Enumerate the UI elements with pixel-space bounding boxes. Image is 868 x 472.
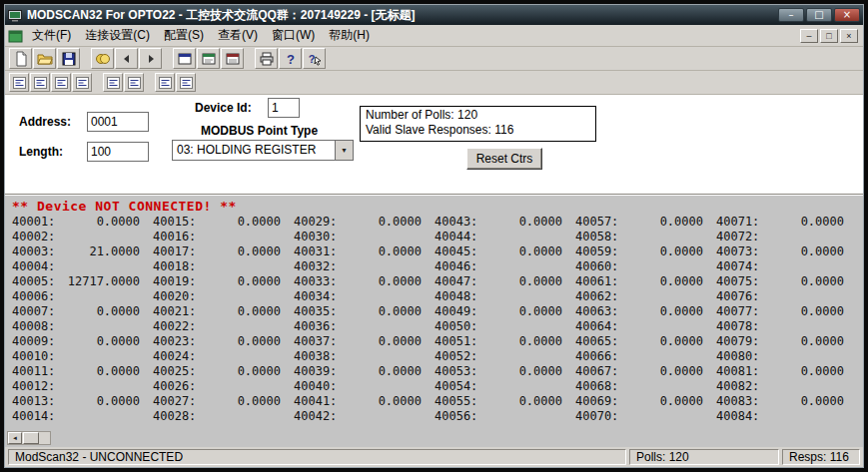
register-cell: 40063:0.0000 xyxy=(575,304,716,319)
register-address: 40013: xyxy=(12,394,55,409)
register-value: 0.0000 xyxy=(801,394,844,409)
about-button[interactable]: ? xyxy=(279,48,302,69)
display-data-button[interactable] xyxy=(173,48,196,69)
register-cell: 40036: xyxy=(294,319,434,334)
fmt-float-button[interactable] xyxy=(124,73,144,92)
device-id-label: Device Id: xyxy=(195,101,252,115)
address-input[interactable] xyxy=(87,112,149,132)
maximize-button[interactable]: □ xyxy=(806,8,832,22)
register-cell: 40079:0.0000 xyxy=(716,334,857,349)
register-cell: 40084: xyxy=(716,409,857,424)
fmt-double-button[interactable] xyxy=(155,73,175,92)
register-value: 0.0000 xyxy=(379,274,422,289)
fmt-binary-icon xyxy=(13,77,26,89)
print-button[interactable] xyxy=(255,48,278,69)
register-address: 40019: xyxy=(153,274,196,289)
register-cell: 40008: xyxy=(12,319,153,334)
register-value: 0.0000 xyxy=(238,215,281,230)
fmt-hex-button[interactable] xyxy=(30,73,50,92)
register-value: 0.0000 xyxy=(660,394,703,409)
register-value: 0.0000 xyxy=(660,334,703,349)
register-address: 40082: xyxy=(716,379,759,394)
register-cell: 40032: xyxy=(294,259,434,274)
mdi-close-button[interactable]: × xyxy=(840,29,858,43)
mdi-restore-button[interactable]: □ xyxy=(820,29,838,43)
menu-item[interactable]: 窗口(W) xyxy=(265,25,322,46)
fmt-unsigned-button[interactable] xyxy=(51,73,71,92)
register-cell: 40006: xyxy=(12,289,153,304)
register-value: 0.0000 xyxy=(801,364,844,379)
register-cell: 40003:21.0000 xyxy=(12,244,153,259)
display-traffic-button[interactable] xyxy=(197,48,220,69)
register-address: 40069: xyxy=(575,394,618,409)
fmt-integer-button[interactable] xyxy=(72,73,92,92)
new-file-icon xyxy=(13,51,29,67)
register-address: 40061: xyxy=(575,274,618,289)
reset-ctrs-button[interactable]: Reset Ctrs xyxy=(466,148,542,170)
register-cell: 40041:0.0000 xyxy=(294,394,434,409)
mdi-minimize-button[interactable]: – xyxy=(800,29,818,43)
menu-item[interactable]: 文件(F) xyxy=(25,25,78,46)
register-value: 0.0000 xyxy=(97,364,140,379)
display-msg-button[interactable] xyxy=(221,48,244,69)
register-address: 40042: xyxy=(294,409,337,424)
spin-right-button[interactable] xyxy=(139,48,162,69)
register-cell: 40076: xyxy=(716,289,857,304)
chevron-down-icon[interactable]: ▼ xyxy=(335,141,353,160)
fmt-long-button[interactable] xyxy=(103,73,123,92)
register-address: 40021: xyxy=(153,304,196,319)
scroll-left-arrow-icon[interactable]: ◄ xyxy=(8,432,22,444)
register-value: 0.0000 xyxy=(379,334,422,349)
register-cell: 40049:0.0000 xyxy=(434,304,575,319)
open-file-button[interactable] xyxy=(33,48,56,69)
register-cell: 40072: xyxy=(716,230,857,244)
register-address: 40037: xyxy=(294,334,337,349)
register-address: 40050: xyxy=(434,319,477,334)
register-cell: 40044: xyxy=(434,230,575,244)
fmt-swapped-button[interactable] xyxy=(176,73,196,92)
register-cell: 40077:0.0000 xyxy=(716,304,857,319)
coins-button[interactable] xyxy=(91,48,114,69)
spin-left-icon xyxy=(121,53,133,65)
length-input[interactable] xyxy=(87,142,149,162)
spin-left-button[interactable] xyxy=(115,48,138,69)
close-button[interactable]: × xyxy=(834,8,860,22)
register-address: 40081: xyxy=(716,364,759,379)
register-value: 0.0000 xyxy=(519,215,562,230)
main-toolbar: ?? xyxy=(5,47,863,71)
register-cell: 40047:0.0000 xyxy=(434,274,575,289)
save-file-button[interactable] xyxy=(57,48,80,69)
register-value: 0.0000 xyxy=(379,304,422,319)
menu-item[interactable]: 查看(V) xyxy=(211,25,265,46)
register-value: 0.0000 xyxy=(660,215,703,230)
scrollbar-thumb[interactable] xyxy=(23,432,39,444)
menu-item[interactable]: 连接设置(C) xyxy=(78,25,157,46)
minimize-button[interactable]: – xyxy=(778,8,804,22)
register-row: 40013:0.000040027:0.000040041:0.00004005… xyxy=(12,394,856,409)
print-icon xyxy=(259,51,275,67)
register-value: 0.0000 xyxy=(660,304,703,319)
horizontal-scrollbar[interactable]: ◄ xyxy=(7,431,51,445)
register-cell: 40038: xyxy=(294,349,434,364)
register-address: 40052: xyxy=(434,349,477,364)
register-address: 40041: xyxy=(294,394,337,409)
register-cell: 40037:0.0000 xyxy=(294,334,434,349)
menu-item[interactable]: 配置(S) xyxy=(157,25,211,46)
register-cell: 40048: xyxy=(434,289,575,304)
register-address: 40079: xyxy=(716,334,759,349)
register-cell: 40059:0.0000 xyxy=(575,244,716,259)
register-cell: 40019:0.0000 xyxy=(153,274,294,289)
menu-item[interactable]: 帮助(H) xyxy=(322,25,377,46)
point-type-dropdown[interactable]: 03: HOLDING REGISTER ▼ xyxy=(172,140,354,161)
fmt-binary-button[interactable] xyxy=(9,73,29,92)
status-polls: Polls: 120 xyxy=(629,449,779,465)
help-pointer-button[interactable]: ? xyxy=(303,48,326,69)
new-file-button[interactable] xyxy=(9,48,32,69)
toolbar-group xyxy=(9,73,93,92)
register-cell: 40025:0.0000 xyxy=(153,364,294,379)
device-id-input[interactable] xyxy=(268,98,300,118)
register-address: 40039: xyxy=(294,364,337,379)
register-cell: 40023:0.0000 xyxy=(153,334,294,349)
register-address: 40008: xyxy=(12,319,55,334)
register-value: 0.0000 xyxy=(238,334,281,349)
